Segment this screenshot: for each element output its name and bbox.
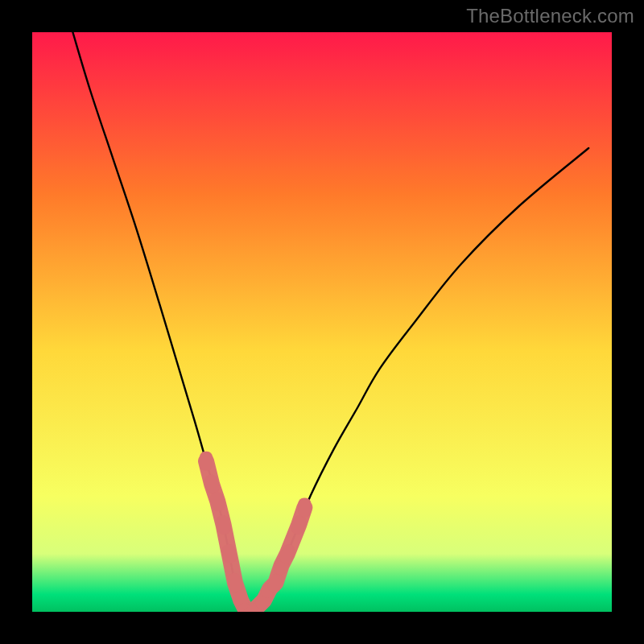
plot-area bbox=[32, 32, 612, 612]
attribution-text: TheBottleneck.com bbox=[466, 5, 634, 27]
marker-dot bbox=[298, 497, 311, 517]
plot-svg bbox=[32, 32, 612, 612]
marker-dot bbox=[200, 452, 213, 471]
gradient-background bbox=[32, 32, 612, 612]
chart-frame: TheBottleneck.com bbox=[0, 0, 644, 644]
